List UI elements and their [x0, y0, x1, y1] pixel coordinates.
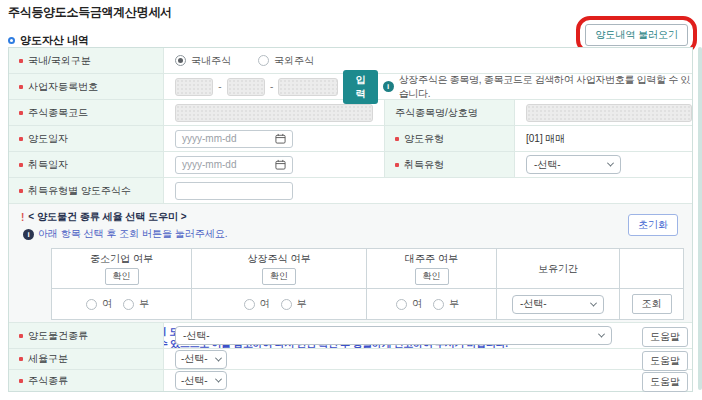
input-button[interactable]: 입력	[343, 70, 377, 104]
share-count-input[interactable]	[175, 182, 293, 200]
header-sme: 중소기업 여부 확인	[52, 249, 192, 288]
row-transfer-date-type: 양도일자 yyyy-mm-dd 양도유형 [01] 매매	[9, 126, 692, 152]
chevron-down-icon	[215, 354, 222, 361]
column-title: 상장주식 여부	[248, 252, 311, 266]
value-cell	[164, 100, 384, 125]
acquisition-date-input[interactable]: yyyy-mm-dd	[175, 156, 293, 174]
label-share-count: 취득유형별 양도주식수	[28, 184, 131, 198]
radio-listed-yes[interactable]: 여	[244, 297, 270, 311]
search-button[interactable]: 조회	[632, 294, 672, 314]
info-icon: i	[383, 81, 394, 92]
label-cell: 양도물건종류	[9, 323, 164, 348]
required-marker	[19, 357, 23, 361]
value-cell: -선택- 도움말	[164, 370, 692, 391]
helper-title: < 양도물건 종류 세율 선택 도우미 >	[28, 210, 186, 224]
calendar-icon	[275, 133, 286, 144]
transfer-type-value: [01] 매매	[526, 132, 565, 146]
row-item-kind: 양도물건종류 -선택- 도움말	[9, 323, 692, 349]
radio-sme-yes[interactable]: 여	[86, 297, 112, 311]
help-stock-kind-button[interactable]: 도움말	[642, 372, 688, 392]
radio-icon	[175, 55, 186, 66]
confirm-major-button[interactable]: 확인	[415, 268, 449, 285]
stock-name-input	[526, 104, 692, 122]
section-title: 양도자산 내역	[20, 33, 89, 48]
chevron-down-icon	[215, 376, 222, 383]
helper-header-row: 중소기업 여부 확인 상장주식 여부 확인 대주주 여부 확인 보유기간	[52, 249, 683, 289]
helper-hint: 아래 항목 선택 후 조회 버튼을 눌러주세요.	[38, 227, 227, 241]
help-tax-rate-button[interactable]: 도움말	[642, 351, 688, 371]
label-cell: 양도일자	[9, 126, 164, 151]
column-title: 중소기업 여부	[90, 252, 153, 266]
row-share-count: 취득유형별 양도주식수	[9, 178, 692, 204]
cell-listed-radios: 여 부	[192, 289, 367, 319]
radio-label: 여	[102, 297, 112, 311]
required-marker	[395, 137, 399, 141]
business-number-input-1	[175, 78, 213, 96]
section-header: 양도자산 내역	[8, 33, 89, 48]
required-marker	[19, 163, 23, 167]
confirm-sme-button[interactable]: 확인	[105, 268, 139, 285]
radio-listed-no[interactable]: 부	[281, 297, 307, 311]
label-cell: 국내/국외구분	[9, 48, 164, 73]
select-value: -선택-	[183, 329, 210, 343]
radio-icon	[433, 299, 444, 310]
label-cell: 주식종목코드	[9, 100, 164, 125]
tax-rate-helper-panel: ! < 양도물건 종류 세율 선택 도우미 > i 아래 항목 선택 후 조회 …	[9, 204, 692, 323]
scrollbar[interactable]	[698, 47, 702, 390]
label-stock-name: 주식종목명/상호명	[395, 106, 478, 120]
label-item-kind: 양도물건종류	[28, 329, 88, 343]
confirm-listed-button[interactable]: 확인	[262, 268, 296, 285]
transfer-date-input[interactable]: yyyy-mm-dd	[175, 130, 293, 148]
value-cell: yyyy-mm-dd	[164, 152, 384, 177]
required-marker	[19, 379, 23, 383]
required-marker	[19, 111, 23, 115]
value-cell	[164, 178, 692, 203]
business-number-input-3	[278, 78, 338, 96]
radio-major-no[interactable]: 부	[433, 297, 459, 311]
required-marker	[395, 163, 399, 167]
help-item-kind-button[interactable]: 도움말	[642, 327, 688, 347]
stock-code-input	[175, 104, 373, 122]
value-cell: 국내주식 국외주식	[164, 48, 692, 73]
item-kind-select[interactable]: -선택-	[175, 326, 612, 345]
radio-domestic-stock[interactable]: 국내주식	[175, 54, 231, 68]
radio-label: 국외주식	[274, 54, 314, 68]
label-cell: 주식종류	[9, 370, 164, 391]
select-value: -선택-	[181, 374, 208, 388]
value-cell: -선택- 도움말	[164, 323, 692, 348]
cell-search: 조회	[620, 289, 683, 319]
holding-period-select[interactable]: -선택-	[512, 295, 604, 314]
radio-icon	[396, 299, 407, 310]
dash-separator: -	[270, 81, 273, 92]
header-major-shareholder: 대주주 여부 확인	[367, 249, 497, 288]
info-icon: i	[23, 229, 34, 240]
stock-kind-select[interactable]: -선택-	[175, 371, 227, 390]
chevron-down-icon	[590, 299, 597, 306]
radio-major-yes[interactable]: 여	[396, 297, 422, 311]
section-bullet-icon	[8, 37, 15, 44]
label-tax-rate: 세율구분	[28, 352, 68, 366]
radio-sme-no[interactable]: 부	[123, 297, 149, 311]
label-transfer-date: 양도일자	[28, 132, 68, 146]
radio-icon	[123, 299, 134, 310]
header-empty	[620, 249, 683, 288]
required-marker	[19, 334, 23, 338]
value-cell: - - 입력 i 상장주식은 종목명, 종목코드로 검색하여 사업자번호를 입력…	[164, 74, 692, 99]
required-marker	[19, 189, 23, 193]
reset-button[interactable]: 초기화	[628, 214, 678, 236]
business-number-hint: 상장주식은 종목명, 종목코드로 검색하여 사업자번호를 입력할 수 있습니다.	[399, 73, 692, 101]
row-stock-kind: 주식종류 -선택- 도움말	[9, 370, 692, 391]
load-transfer-history-button[interactable]: 양도내역 불러오기	[585, 24, 688, 46]
radio-foreign-stock[interactable]: 국외주식	[258, 54, 314, 68]
acquisition-type-select[interactable]: -선택-	[526, 155, 621, 174]
cell-major-radios: 여 부	[367, 289, 497, 319]
label-cell: 양도유형	[384, 126, 515, 151]
value-cell: [01] 매매	[515, 126, 692, 151]
row-acquisition-date-type: 취득일자 yyyy-mm-dd 취득유형 -선택-	[9, 152, 692, 178]
row-tax-rate: 세율구분 -선택- 도움말	[9, 349, 692, 370]
radio-label: 부	[449, 297, 459, 311]
tax-rate-select[interactable]: -선택-	[175, 350, 227, 369]
label-cell: 취득유형별 양도주식수	[9, 178, 164, 203]
helper-hint-row: i 아래 항목 선택 후 조회 버튼을 눌러주세요.	[23, 227, 692, 241]
label-acquisition-type: 취득유형	[404, 158, 444, 172]
